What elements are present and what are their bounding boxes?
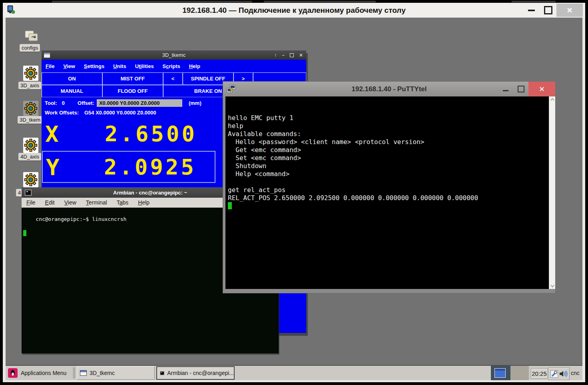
putty-scrollbar[interactable] bbox=[549, 96, 555, 289]
terminal-icon bbox=[160, 370, 164, 376]
maximize-icon[interactable] bbox=[540, 4, 556, 16]
workspace-pager[interactable] bbox=[491, 366, 529, 380]
menu-item-view[interactable]: View bbox=[63, 63, 75, 69]
menu-item-settings[interactable]: Settings bbox=[84, 63, 104, 69]
background-window-artifact bbox=[264, 1, 376, 2]
minimize-icon[interactable] bbox=[498, 86, 513, 93]
terminal-cursor bbox=[228, 202, 232, 209]
terminal-line: Get <emc command> bbox=[228, 146, 546, 154]
terminal-line: help bbox=[228, 122, 546, 130]
workspace-2[interactable] bbox=[510, 366, 529, 380]
menu-item-help[interactable]: Help bbox=[189, 63, 200, 69]
rdp-titlebar[interactable]: 192.168.1.40 — Подключение к удаленному … bbox=[3, 3, 585, 18]
offset-label: Offset: bbox=[78, 100, 94, 106]
terminal-prompt-line: cnc@orangepipc:~$ linuxcncrsh bbox=[36, 216, 126, 222]
workspace-window-thumbnail bbox=[494, 368, 506, 378]
maximize-icon[interactable] bbox=[513, 86, 528, 92]
folder-icon bbox=[24, 30, 39, 43]
menu-item-utilities[interactable]: Utilities bbox=[135, 63, 154, 69]
axis-name: Y bbox=[43, 154, 60, 180]
applications-menu-icon bbox=[8, 368, 18, 378]
menu-item-scripts[interactable]: Scripts bbox=[163, 63, 180, 69]
minimize-icon[interactable] bbox=[523, 4, 540, 16]
menu-item-file[interactable]: File bbox=[46, 63, 54, 69]
task-label: Armbian - cnc@orangepi... bbox=[167, 370, 234, 376]
mist-button[interactable]: MIST OFF bbox=[102, 72, 163, 85]
dro-axis-y[interactable]: Y 2.0925 bbox=[42, 151, 215, 183]
close-icon[interactable]: ✕ bbox=[299, 53, 303, 58]
menu-item-terminal[interactable]: Terminal bbox=[86, 199, 107, 206]
maximize-icon[interactable] bbox=[290, 53, 294, 57]
desktop-icon-3d-axis[interactable] bbox=[23, 66, 38, 81]
taskbar-task-armbian[interactable]: Armbian - cnc@orangepi... bbox=[156, 366, 235, 380]
background-window-artifact bbox=[512, 1, 556, 2]
tool-value: 0 bbox=[62, 100, 65, 106]
desktop-icon-label[interactable]: 4D_axis bbox=[18, 153, 41, 160]
background-window-artifact bbox=[52, 1, 252, 2]
terminal-line bbox=[228, 178, 546, 186]
tkemc-work-offsets-line: Work Offsets: G54 X0.0000 Y0.0000 Z0.000… bbox=[45, 108, 156, 117]
scroll-up-icon[interactable] bbox=[550, 98, 554, 101]
workspace-1[interactable] bbox=[491, 366, 510, 380]
desktop-icon-configs[interactable] bbox=[24, 30, 39, 45]
terminal-line: Hello <password> <client name> <protocol… bbox=[228, 138, 546, 146]
desktop-icon-4d-axis[interactable] bbox=[23, 138, 38, 153]
volume-icon[interactable] bbox=[559, 370, 568, 377]
machine-on-button[interactable]: ON bbox=[42, 72, 102, 85]
menu-item-tabs[interactable]: Tabs bbox=[117, 199, 129, 206]
minimize-icon[interactable]: − bbox=[282, 53, 285, 58]
task-label: 3D_tkemc bbox=[90, 370, 115, 376]
gear-icon bbox=[24, 101, 38, 116]
terminal-icon bbox=[25, 190, 32, 196]
terminal-cursor bbox=[23, 230, 26, 236]
taskbar: Applications Menu 3D_tkemc Armbian - cnc… bbox=[6, 365, 582, 380]
axis-position: 2.6500 bbox=[105, 121, 215, 146]
gear-icon bbox=[24, 138, 38, 152]
scroll-down-icon[interactable] bbox=[550, 285, 554, 287]
work-offsets-label: Work Offsets: bbox=[45, 110, 79, 116]
menu-item-help[interactable]: Help bbox=[138, 199, 149, 206]
close-icon[interactable]: ✕ bbox=[556, 4, 583, 17]
gear-icon bbox=[24, 172, 38, 187]
taskbar-clock[interactable]: 20:25 bbox=[531, 368, 548, 379]
tkemc-window-title: 3D_tkemc bbox=[42, 52, 306, 58]
rdp-window-title: 192.168.1.40 — Подключение к удаленному … bbox=[3, 6, 585, 15]
desktop-icon-3d-tkem[interactable] bbox=[23, 101, 38, 116]
tkemc-window-controls: ↑ − ✕ bbox=[274, 50, 303, 60]
terminal-line: Help <command> bbox=[228, 170, 546, 178]
desktop-icon-label[interactable]: 3D_axis bbox=[18, 82, 41, 89]
mode-button[interactable]: MANUAL bbox=[42, 85, 102, 97]
window-icon bbox=[80, 370, 87, 376]
puttytel-titlebar[interactable]: 192.168.1.40 - PuTTYtel ✕ bbox=[223, 82, 555, 96]
desktop-icon-label[interactable]: 3D_tkem bbox=[18, 116, 42, 124]
dro-axis-x[interactable]: X 2.6500 bbox=[42, 118, 215, 150]
menu-item-edit[interactable]: Edit bbox=[45, 199, 55, 206]
flood-button[interactable]: FLOOD OFF bbox=[102, 85, 163, 97]
gear-icon bbox=[24, 66, 38, 80]
menu-item-file[interactable]: File bbox=[26, 199, 36, 206]
terminal-line: Shutdown bbox=[228, 162, 546, 170]
taskbar-separator-handle[interactable] bbox=[73, 367, 76, 379]
terminal-line: REL_ACT_POS 2.650000 2.092500 0.000000 0… bbox=[228, 194, 546, 202]
terminal-line: Available commands: bbox=[228, 130, 546, 138]
logged-in-user-label: cnc bbox=[571, 370, 580, 376]
tkemc-menubar: FileViewSettingsUnitsUtilitiesScriptsHel… bbox=[42, 60, 306, 73]
putty-terminal-screen[interactable]: hello EMC putty 1helpAvailable commands:… bbox=[225, 96, 549, 289]
shade-icon[interactable]: ↑ bbox=[274, 53, 277, 58]
applications-menu-button[interactable]: Applications Menu bbox=[6, 366, 73, 380]
spindle-slower-button[interactable]: < bbox=[163, 72, 183, 85]
rdp-window-controls: ✕ bbox=[523, 3, 583, 18]
close-icon[interactable]: ✕ bbox=[528, 82, 555, 96]
axis-name: X bbox=[42, 121, 59, 147]
rdp-client-icon bbox=[7, 5, 16, 16]
menu-item-view[interactable]: View bbox=[64, 199, 76, 206]
desktop-icon-label[interactable]: configs bbox=[20, 44, 40, 52]
screenshot-tool-icon[interactable] bbox=[550, 370, 558, 378]
taskbar-task-tkemc[interactable]: 3D_tkemc bbox=[77, 366, 155, 380]
menu-item-units[interactable]: Units bbox=[113, 63, 126, 69]
tool-offset-entry[interactable]: X0.0000 Y0.0000 Z0.0000 bbox=[97, 99, 182, 107]
units-label: (mm) bbox=[189, 100, 201, 106]
puttytel-window-controls: ✕ bbox=[498, 82, 555, 96]
tkemc-titlebar[interactable]: 3D_tkemc ↑ − ✕ bbox=[42, 50, 306, 60]
desktop-icon-4d-tkem[interactable] bbox=[23, 172, 38, 187]
